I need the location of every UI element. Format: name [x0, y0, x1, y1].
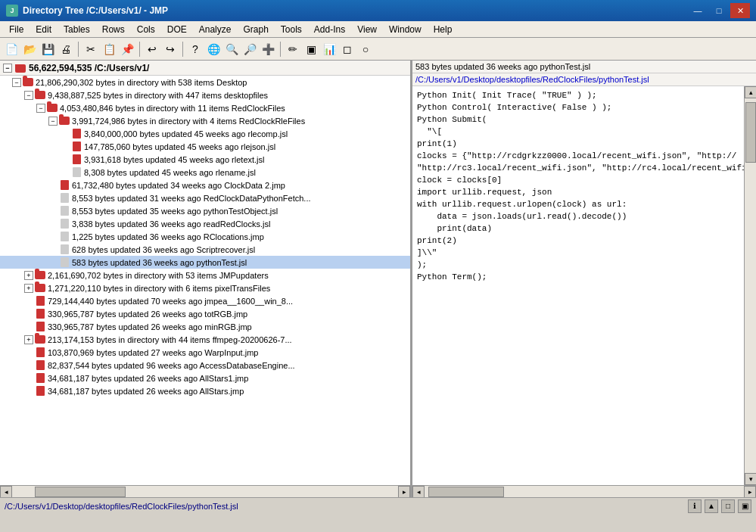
tree-item[interactable]: − 21,806,290,302 bytes in directory with… — [0, 76, 410, 89]
expander-ffmpeg[interactable]: + — [24, 335, 33, 344]
tree-item[interactable]: 34,681,187 bytes updated 26 weeks ago Al… — [0, 384, 410, 397]
right-hscroll-left-btn[interactable]: ◂ — [412, 486, 425, 497]
folder-icon-jmpupdaters — [35, 270, 45, 281]
toolbar-web[interactable]: 🌐 — [205, 41, 222, 58]
tree-container[interactable]: − 21,806,290,302 bytes in directory with… — [0, 76, 410, 485]
menu-analyze[interactable]: Analyze — [193, 23, 238, 36]
toolbar-paste[interactable]: 📌 — [119, 41, 135, 58]
tree-item[interactable]: 330,965,787 bytes updated 26 weeks ago m… — [0, 320, 410, 333]
tree-item[interactable]: − 9,438,887,525 bytes in directory with … — [0, 89, 410, 101]
file-icon-redclockdata — [59, 193, 70, 204]
code-line: Python Term(); — [417, 271, 739, 283]
toolbar-help[interactable]: ? — [187, 41, 204, 58]
file-icon-pythontest — [59, 257, 70, 268]
menu-tools[interactable]: Tools — [275, 23, 308, 36]
code-line: "http://rc3.local/recent_wifi.json", "ht… — [417, 162, 739, 174]
menu-addins[interactable]: Add-Ins — [308, 23, 351, 36]
toolbar-search2[interactable]: 🔎 — [241, 41, 258, 58]
expander-desktop[interactable]: − — [12, 78, 21, 87]
menu-cols[interactable]: Cols — [131, 23, 161, 36]
tree-item[interactable]: 3,931,618 bytes updated 45 weeks ago rle… — [0, 153, 410, 166]
hscroll-thumb[interactable] — [35, 487, 126, 497]
tree-item[interactable]: 3,840,000,000 bytes updated 45 weeks ago… — [0, 127, 410, 140]
vscroll-thumb[interactable] — [745, 102, 756, 163]
right-hscroll-right-btn[interactable]: ▸ — [744, 486, 756, 497]
left-hscrollbar[interactable]: ◂ ▸ — [0, 485, 410, 497]
tree-item[interactable]: 8,308 bytes updated 45 weeks ago rlename… — [0, 166, 410, 179]
toolbar-search1[interactable]: 🔍 — [223, 41, 240, 58]
toolbar-add[interactable]: ➕ — [260, 41, 276, 58]
code-view[interactable]: Python Init( Init Trace( "TRUE" ) ); Pyt… — [412, 86, 744, 485]
menu-view[interactable]: View — [351, 23, 383, 36]
tree-item[interactable]: 8,553 bytes updated 31 weeks ago RedCloc… — [0, 191, 410, 204]
toolbar-new[interactable]: 📄 — [3, 41, 20, 58]
tree-item[interactable]: 61,732,480 bytes updated 34 weeks ago Cl… — [0, 179, 410, 191]
tree-item-label: 628 bytes updated 36 weeks ago Scriptrec… — [72, 245, 255, 254]
tree-item-label: 330,965,787 bytes updated 26 weeks ago t… — [48, 310, 247, 319]
menu-doe[interactable]: DOE — [161, 23, 193, 36]
menu-tables[interactable]: Tables — [58, 23, 96, 36]
right-vscrollbar[interactable]: ▴ ▾ — [744, 86, 756, 485]
tree-item[interactable]: 330,965,787 bytes updated 26 weeks ago t… — [0, 307, 410, 320]
toolbar-select[interactable]: ▣ — [303, 41, 319, 58]
hscroll-left-btn[interactable]: ◂ — [0, 486, 12, 497]
toolbar-box[interactable]: ◻ — [339, 41, 356, 58]
app-icon: J — [6, 5, 18, 17]
toolbar-print[interactable]: 🖨 — [58, 41, 74, 58]
status-window-btn[interactable]: □ — [721, 499, 735, 513]
tree-root-expander[interactable]: − — [3, 64, 12, 73]
tree-item[interactable]: 103,870,969 bytes updated 27 weeks ago W… — [0, 346, 410, 359]
tree-item[interactable]: − 3,991,724,986 bytes in directory with … — [0, 114, 410, 127]
tree-item[interactable]: + 213,174,153 bytes in directory with 44… — [0, 333, 410, 346]
toolbar-open[interactable]: 📂 — [21, 41, 38, 58]
tree-item-selected[interactable]: 583 bytes updated 36 weeks ago pythonTes… — [0, 256, 410, 269]
toolbar-copy[interactable]: 📋 — [101, 41, 117, 58]
tree-item[interactable]: 34,681,187 bytes updated 26 weeks ago Al… — [0, 372, 410, 384]
tree-item[interactable]: + 2,161,690,702 bytes in directory with … — [0, 269, 410, 282]
tree-item[interactable]: + 1,271,220,110 bytes in directory with … — [0, 282, 410, 294]
tree-item[interactable]: 729,144,440 bytes updated 70 weeks ago j… — [0, 294, 410, 307]
toolbar-cut[interactable]: ✂ — [82, 41, 99, 58]
toolbar-save[interactable]: 💾 — [39, 41, 56, 58]
file-path-link[interactable]: /C:/Users/v1/Desktop/desktopfiles/RedClo… — [415, 75, 649, 84]
expander-desktopfiles[interactable]: − — [24, 91, 33, 100]
toolbar-circle[interactable]: ○ — [357, 41, 374, 58]
tree-item[interactable]: 1,225 bytes updated 36 weeks ago RClocat… — [0, 230, 410, 243]
close-button[interactable]: ✕ — [730, 3, 750, 18]
tree-item[interactable]: 82,837,544 bytes updated 96 weeks ago Ac… — [0, 359, 410, 372]
tree-item[interactable]: 147,785,060 bytes updated 45 weeks ago r… — [0, 140, 410, 153]
toolbar-chart[interactable]: 📊 — [321, 41, 338, 58]
hscroll-track[interactable] — [12, 486, 398, 497]
expander-redclockfiles[interactable]: − — [36, 104, 45, 113]
right-hscroll-track[interactable] — [425, 486, 744, 497]
tree-item-label: 8,308 bytes updated 45 weeks ago rlename… — [84, 168, 256, 177]
expander-pixeltransfiles[interactable]: + — [24, 284, 33, 293]
menu-file[interactable]: File — [3, 23, 30, 36]
status-extra-btn[interactable]: ▣ — [738, 499, 751, 513]
toolbar-undo[interactable]: ↩ — [144, 41, 160, 58]
menu-graph[interactable]: Graph — [237, 23, 274, 36]
tree-item[interactable]: 8,553 bytes updated 35 weeks ago pythonT… — [0, 204, 410, 217]
menu-window[interactable]: Window — [383, 23, 428, 36]
expander-jmpupdaters[interactable]: + — [24, 271, 33, 280]
status-info-btn[interactable]: ℹ — [688, 499, 702, 513]
vscroll-up-btn[interactable]: ▴ — [745, 86, 756, 98]
expander-redclockrelefiles[interactable]: − — [48, 117, 58, 126]
toolbar-pencil[interactable]: ✏ — [285, 41, 301, 58]
vscroll-down-btn[interactable]: ▾ — [745, 473, 756, 485]
right-hscroll-thumb[interactable] — [428, 487, 504, 497]
minimize-button[interactable]: — — [688, 3, 708, 18]
toolbar-redo[interactable]: ↪ — [162, 41, 179, 58]
menu-edit[interactable]: Edit — [30, 23, 58, 36]
tree-item[interactable]: 628 bytes updated 36 weeks ago Scriptrec… — [0, 243, 410, 256]
right-hscrollbar[interactable]: ◂ ▸ — [412, 485, 756, 497]
status-up-btn[interactable]: ▲ — [705, 499, 718, 513]
file-icon-totrgb — [35, 309, 45, 319]
menu-rows[interactable]: Rows — [96, 23, 131, 36]
hscroll-right-btn[interactable]: ▸ — [398, 486, 410, 497]
tree-item[interactable]: − 4,053,480,846 bytes in directory with … — [0, 101, 410, 114]
vscroll-track[interactable] — [745, 98, 756, 473]
maximize-button[interactable]: □ — [709, 3, 729, 18]
tree-item[interactable]: 3,838 bytes updated 36 weeks ago readRed… — [0, 217, 410, 230]
menu-help[interactable]: Help — [428, 23, 459, 36]
